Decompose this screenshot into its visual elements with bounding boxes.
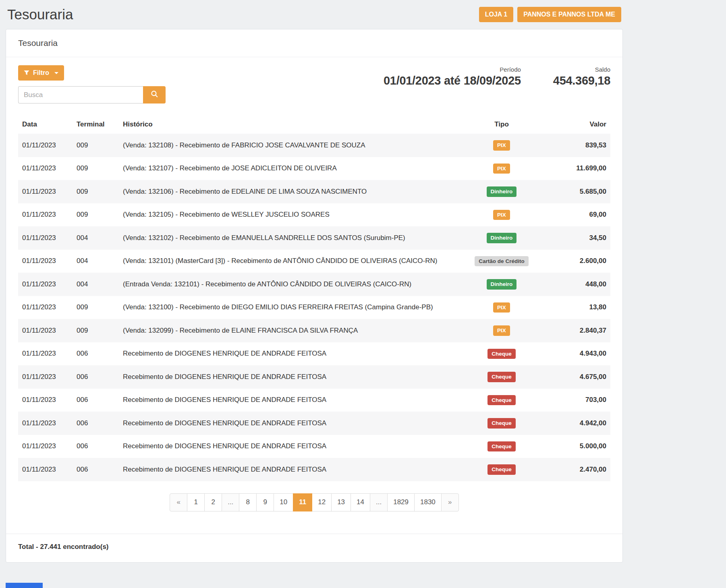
cell-terminal: 009: [73, 203, 119, 227]
cell-type: PIX: [455, 319, 548, 342]
table-row[interactable]: 01/11/2023004(Entrada Venda: 132101) - R…: [18, 273, 610, 296]
cell-type: PIX: [455, 134, 548, 157]
cell-history: (Venda: 132100) - Recebimento de DIEGO E…: [119, 296, 455, 319]
type-badge: Cheque: [487, 464, 516, 475]
cell-terminal: 009: [73, 296, 119, 319]
table-row[interactable]: 01/11/2023009(Venda: 132108) - Recebimen…: [18, 134, 610, 157]
page-button[interactable]: 11: [293, 493, 312, 511]
cell-terminal: 006: [73, 389, 119, 412]
search-icon: [151, 90, 158, 99]
cell-value: 5.000,00: [548, 435, 610, 458]
table-row[interactable]: 01/11/2023006Recebimento de DIOGENES HEN…: [18, 342, 610, 366]
cell-terminal: 004: [73, 226, 119, 250]
cell-value: 11.699,00: [548, 157, 610, 180]
search-input[interactable]: [18, 86, 143, 104]
page-ellipsis: ...: [222, 493, 239, 511]
page-button[interactable]: 2: [204, 493, 222, 511]
cell-date: 01/11/2023: [18, 157, 73, 180]
page-button[interactable]: 8: [239, 493, 257, 511]
cell-type: Cheque: [455, 458, 548, 481]
cell-history: (Venda: 132107) - Recebimento de JOSE AD…: [119, 157, 455, 180]
table-row[interactable]: 01/11/2023009(Venda: 132105) - Recebimen…: [18, 203, 610, 227]
cell-history: Recebimento de DIOGENES HENRIQUE DE ANDR…: [119, 342, 455, 366]
table-row[interactable]: 01/11/2023006Recebimento de DIOGENES HEN…: [18, 412, 610, 435]
cell-value: 4.943,00: [548, 342, 610, 366]
type-badge: Dinheiro: [487, 279, 517, 290]
type-badge: Cheque: [487, 441, 516, 452]
saldo-label: Saldo: [553, 66, 610, 73]
type-badge: PIX: [493, 302, 510, 313]
type-badge: Dinheiro: [487, 186, 517, 197]
type-badge: Cheque: [487, 418, 516, 429]
filter-icon: [24, 70, 29, 76]
table-row[interactable]: 01/11/2023006Recebimento de DIOGENES HEN…: [18, 435, 610, 458]
cell-history: Recebimento de DIOGENES HENRIQUE DE ANDR…: [119, 365, 455, 389]
pagination: «12...891011121314...18291830»: [18, 493, 610, 511]
search-button[interactable]: [143, 86, 166, 104]
col-header-terminal: Terminal: [73, 115, 119, 134]
type-badge: PIX: [493, 210, 510, 220]
col-header-historico: Histórico: [119, 115, 455, 134]
page-button[interactable]: 13: [331, 493, 351, 511]
cell-type: Cartão de Crédito: [455, 250, 548, 273]
cell-history: Recebimento de DIOGENES HENRIQUE DE ANDR…: [119, 389, 455, 412]
table-row[interactable]: 01/11/2023009(Venda: 132107) - Recebimen…: [18, 157, 610, 180]
cell-type: Dinheiro: [455, 273, 548, 296]
cell-history: (Venda: 132106) - Recebimento de EDELAIN…: [119, 180, 455, 203]
prev-page-button[interactable]: «: [170, 493, 187, 511]
cell-value: 703,00: [548, 389, 610, 412]
table-row[interactable]: 01/11/2023009(Venda: 132099) - Recebimen…: [18, 319, 610, 342]
cell-history: (Venda: 132108) - Recebimento de FABRICI…: [119, 134, 455, 157]
cell-history: (Venda: 132101) (MasterCard [3]) - Receb…: [119, 250, 455, 273]
cell-date: 01/11/2023: [18, 203, 73, 227]
search-row: [18, 86, 166, 104]
topbar: Tesouraria LOJA 1 PANNOS E PANNOS LTDA M…: [6, 5, 623, 29]
filter-button[interactable]: Filtro: [18, 65, 64, 81]
saldo-value: 454.369,18: [553, 74, 610, 87]
cell-type: Dinheiro: [455, 180, 548, 203]
cell-terminal: 004: [73, 250, 119, 273]
table-row[interactable]: 01/11/2023006Recebimento de DIOGENES HEN…: [18, 365, 610, 389]
cell-value: 13,80: [548, 296, 610, 319]
type-badge: PIX: [493, 164, 510, 174]
next-page-button[interactable]: »: [441, 493, 459, 511]
cell-history: (Venda: 132105) - Recebimento de WESLLEY…: [119, 203, 455, 227]
type-badge: Cartão de Crédito: [475, 256, 528, 267]
col-header-tipo: Tipo: [455, 115, 548, 134]
bottom-blue-strip: [6, 583, 43, 588]
page-button[interactable]: 14: [351, 493, 370, 511]
company-button[interactable]: PANNOS E PANNOS LTDA ME: [517, 7, 621, 22]
cell-terminal: 006: [73, 365, 119, 389]
cell-terminal: 006: [73, 435, 119, 458]
type-badge: Dinheiro: [487, 233, 517, 243]
page-button[interactable]: 9: [256, 493, 274, 511]
table-row[interactable]: 01/11/2023006Recebimento de DIOGENES HEN…: [18, 389, 610, 412]
table-row[interactable]: 01/11/2023009(Venda: 132106) - Recebimen…: [18, 180, 610, 203]
page-title: Tesouraria: [7, 6, 73, 23]
page-button[interactable]: 1830: [414, 493, 442, 511]
table-row[interactable]: 01/11/2023004(Venda: 132101) (MasterCard…: [18, 250, 610, 273]
cell-value: 69,00: [548, 203, 610, 227]
table-row[interactable]: 01/11/2023006Recebimento de DIOGENES HEN…: [18, 458, 610, 481]
cell-value: 2.840,37: [548, 319, 610, 342]
cell-value: 4.675,00: [548, 365, 610, 389]
page-button[interactable]: 1829: [387, 493, 415, 511]
total-count: Total - 27.441 encontrado(s): [18, 543, 109, 551]
type-badge: PIX: [493, 140, 510, 151]
type-badge: Cheque: [487, 395, 516, 406]
card-header: Tesouraria: [6, 29, 622, 57]
cell-date: 01/11/2023: [18, 250, 73, 273]
cell-date: 01/11/2023: [18, 296, 73, 319]
page-button[interactable]: 12: [312, 493, 332, 511]
toolbar: Filtro Período: [18, 65, 610, 106]
table-row[interactable]: 01/11/2023009(Venda: 132100) - Recebimen…: [18, 296, 610, 319]
cell-terminal: 006: [73, 342, 119, 366]
page-button[interactable]: 10: [274, 493, 293, 511]
cell-date: 01/11/2023: [18, 389, 73, 412]
table-row[interactable]: 01/11/2023004(Venda: 132102) - Recebimen…: [18, 226, 610, 250]
cell-date: 01/11/2023: [18, 412, 73, 435]
store-button[interactable]: LOJA 1: [479, 7, 513, 22]
page-button[interactable]: 1: [187, 493, 205, 511]
cell-history: (Entrada Venda: 132101) - Recebimento de…: [119, 273, 455, 296]
cell-history: (Venda: 132099) - Recebimento de ELAINE …: [119, 319, 455, 342]
